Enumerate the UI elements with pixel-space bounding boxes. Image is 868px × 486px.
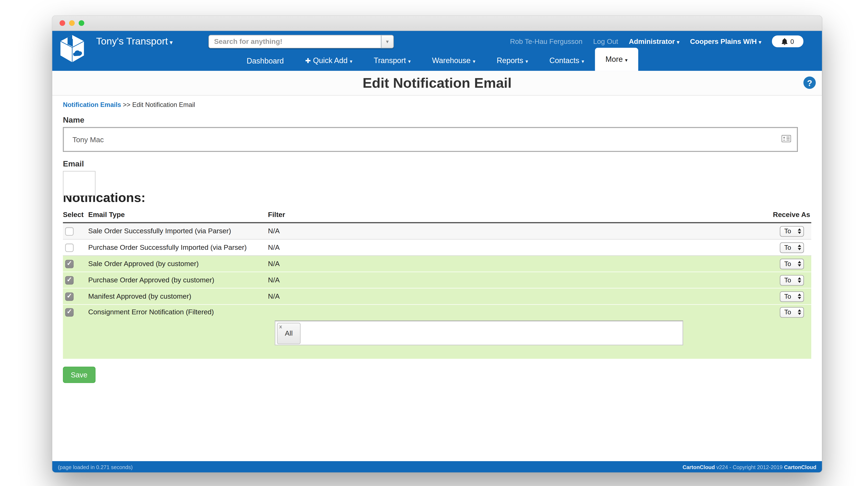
remove-tag-icon[interactable]: x	[279, 324, 282, 330]
select-stepper-icon	[798, 245, 801, 250]
receive-as-value: To	[784, 277, 791, 283]
filter-value: N/A	[268, 244, 757, 252]
macos-titlebar	[52, 16, 822, 31]
filter-value: N/A	[268, 260, 757, 268]
breadcrumb-current: Edit Notification Email	[132, 101, 195, 108]
receive-as-value: To	[784, 293, 791, 300]
receive-as-select[interactable]: To	[780, 226, 804, 236]
nav-more[interactable]: More▾	[595, 48, 638, 71]
brand-name: CartonCloud	[784, 464, 816, 470]
name-field-wrap	[63, 127, 811, 152]
receive-as-select[interactable]: To	[780, 291, 804, 302]
receive-as-select[interactable]: To	[780, 275, 804, 285]
breadcrumb-notification-emails-link[interactable]: Notification Emails	[63, 101, 121, 108]
notification-count-badge: 0	[790, 38, 794, 45]
email-label: Email	[63, 159, 811, 168]
row-checkbox[interactable]: ✓	[65, 292, 73, 301]
tenant-name: Tony's Transport	[96, 35, 168, 47]
page-title: Edit Notification Email	[363, 75, 512, 91]
table-row: ✓ Manifest Approved (by customer) N/A To	[63, 288, 811, 304]
contact-card-icon	[781, 135, 791, 142]
zoom-window-button[interactable]	[79, 20, 84, 26]
minimize-window-button[interactable]	[69, 20, 75, 26]
col-receive-as: Receive As	[757, 211, 811, 219]
row-checkbox[interactable]: ✓	[65, 308, 73, 316]
page-load-time: (page loaded in 0.271 seconds)	[58, 464, 132, 470]
nav-reports-label: Reports	[497, 56, 523, 64]
email-field[interactable]	[63, 171, 96, 196]
email-type-label: Sale Order Approved (by customer)	[88, 260, 268, 268]
table-row: ✓ Purchase Order Approved (by customer) …	[63, 272, 811, 288]
receive-as-value: To	[784, 260, 791, 267]
search-scope-dropdown[interactable]: ▼	[381, 35, 394, 49]
nav-contacts[interactable]: Contacts▾	[539, 51, 595, 71]
version-copyright: v224 - Copyright 2012-2019	[715, 464, 784, 470]
filter-tag-label: All	[278, 330, 300, 338]
receive-as-select[interactable]: To	[780, 258, 804, 269]
table-row-with-filter: ✓ Consignment Error Notification (Filter…	[63, 304, 811, 359]
receive-as-value: To	[784, 228, 791, 234]
receive-as-value: To	[784, 309, 791, 315]
check-icon: ✓	[67, 309, 72, 315]
notifications-table: Select Email Type Filter Receive As ✓ Sa…	[63, 211, 811, 359]
check-icon: ✓	[67, 293, 72, 300]
logout-link[interactable]: Log Out	[593, 37, 618, 45]
row-checkbox[interactable]: ✓	[65, 260, 73, 268]
select-stepper-icon	[798, 261, 801, 266]
notifications-heading: Notifications:	[63, 190, 811, 205]
copyright-text: CartonCloud v224 - Copyright 2012-2019 C…	[683, 464, 816, 470]
email-type-label: Sale Order Successfully Imported (via Pa…	[88, 227, 268, 235]
warehouse-label: Coopers Plains W/H	[690, 37, 757, 45]
main-nav: Dashboard ✚Quick Add▾ Transport▾ Warehou…	[52, 52, 822, 71]
role-label: Administrator	[629, 37, 675, 45]
nav-more-label: More	[606, 55, 623, 63]
select-stepper-icon	[798, 294, 801, 299]
browser-window: Tony's Transport▾ ▼ Rob Te-Hau Fergusson…	[52, 16, 822, 472]
select-stepper-icon	[798, 309, 801, 315]
receive-as-select[interactable]: To	[780, 307, 804, 317]
nav-dashboard[interactable]: Dashboard	[236, 52, 294, 71]
email-type-label: Purchase Order Successfully Imported (vi…	[88, 244, 268, 252]
receive-as-select[interactable]: To	[780, 242, 804, 253]
chevron-down-icon: ▾	[408, 58, 411, 64]
plus-icon: ✚	[305, 57, 311, 65]
row-checkbox[interactable]: ✓	[65, 227, 73, 235]
search-input[interactable]	[209, 35, 381, 49]
question-mark-icon: ?	[807, 78, 812, 87]
current-user-link[interactable]: Rob Te-Hau Fergusson	[510, 37, 582, 45]
breadcrumb-separator: >>	[123, 101, 130, 108]
user-menu-area: Rob Te-Hau Fergusson Log Out Administrat…	[510, 31, 803, 52]
nav-quick-add[interactable]: ✚Quick Add▾	[294, 51, 363, 71]
filter-multiselect[interactable]: x All	[275, 321, 683, 345]
nav-contacts-label: Contacts	[549, 56, 579, 64]
table-header: Select Email Type Filter Receive As	[63, 211, 811, 223]
table-row: ✓ Sale Order Successfully Imported (via …	[63, 223, 811, 239]
close-window-button[interactable]	[59, 20, 65, 26]
table-row: ✓ Sale Order Approved (by customer) N/A …	[63, 255, 811, 271]
tenant-menu[interactable]: Tony's Transport▾	[96, 35, 173, 48]
select-stepper-icon	[798, 277, 801, 283]
col-filter: Filter	[268, 211, 757, 219]
filter-value: N/A	[268, 276, 757, 284]
page-header-band: Edit Notification Email ?	[52, 71, 822, 95]
global-search: ▼	[209, 35, 394, 49]
filter-value: N/A	[268, 292, 757, 300]
filter-tag-all: x All	[277, 323, 301, 344]
bell-icon	[781, 38, 788, 45]
name-field[interactable]	[63, 127, 798, 152]
nav-warehouse[interactable]: Warehouse▾	[421, 51, 486, 71]
nav-reports[interactable]: Reports▾	[486, 51, 539, 71]
row-checkbox[interactable]: ✓	[65, 243, 73, 252]
nav-quick-add-label: Quick Add	[313, 56, 348, 64]
select-stepper-icon	[798, 228, 801, 234]
chevron-down-icon: ▼	[385, 39, 390, 44]
chevron-down-icon: ▾	[625, 57, 627, 63]
role-dropdown[interactable]: Administrator ▾	[629, 37, 679, 45]
row-checkbox[interactable]: ✓	[65, 276, 73, 284]
save-button[interactable]: Save	[63, 367, 95, 383]
notifications-button[interactable]: 0	[772, 35, 804, 48]
nav-transport[interactable]: Transport▾	[363, 51, 422, 71]
help-button[interactable]: ?	[803, 77, 816, 89]
email-type-label: Manifest Approved (by customer)	[88, 292, 268, 300]
warehouse-dropdown[interactable]: Coopers Plains W/H ▾	[690, 37, 761, 45]
